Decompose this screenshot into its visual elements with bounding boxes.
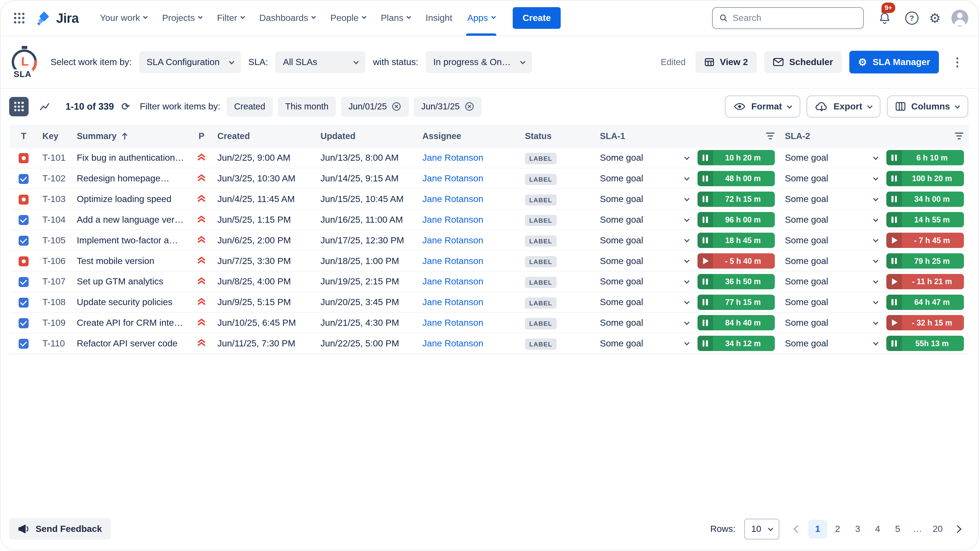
issue-key[interactable]: T-105: [42, 235, 65, 245]
view-button[interactable]: View 2: [695, 51, 757, 73]
search-box[interactable]: [712, 7, 864, 29]
jira-logo[interactable]: Jira: [35, 10, 79, 26]
issue-key[interactable]: T-109: [42, 318, 65, 328]
sla2-goal-select[interactable]: Some goal: [785, 152, 886, 163]
assignee-link[interactable]: Jane Rotanson: [422, 256, 484, 266]
sla2-goal-select[interactable]: Some goal: [785, 338, 886, 349]
work-item-by-select[interactable]: SLA Configuration: [139, 51, 241, 73]
issue-key[interactable]: T-104: [42, 214, 65, 225]
assignee-link[interactable]: Jane Rotanson: [422, 173, 484, 183]
chart-view-toggle[interactable]: [35, 97, 54, 116]
column-header-key[interactable]: Key: [37, 124, 72, 148]
nav-item-insight[interactable]: Insight: [418, 0, 460, 36]
table-row[interactable]: T-107 Set up GTM analytics Jun/8/25, 4:0…: [10, 271, 969, 292]
remove-chip-icon[interactable]: [392, 102, 401, 111]
settings-gear-icon[interactable]: [929, 11, 941, 26]
refresh-icon[interactable]: [121, 101, 130, 112]
issue-summary[interactable]: Optimize loading speed: [77, 194, 186, 204]
sla2-goal-select[interactable]: Some goal: [785, 256, 886, 266]
issue-key[interactable]: T-106: [42, 256, 65, 266]
assignee-link[interactable]: Jane Rotanson: [422, 214, 484, 225]
issue-key[interactable]: T-107: [42, 276, 65, 286]
issue-summary[interactable]: Add a new language ver…: [77, 214, 186, 225]
notifications-button[interactable]: 9+: [875, 8, 894, 28]
sla2-goal-select[interactable]: Some goal: [785, 173, 886, 184]
issue-summary[interactable]: Create API for CRM inte…: [77, 318, 186, 328]
issue-key[interactable]: T-101: [42, 152, 65, 163]
nav-item-your-work[interactable]: Your work: [92, 0, 154, 36]
column-header-sla-1[interactable]: SLA-1: [595, 124, 780, 148]
filter-funnel-icon[interactable]: [765, 132, 775, 140]
page-1[interactable]: 1: [808, 519, 827, 538]
sla1-goal-select[interactable]: Some goal: [600, 338, 697, 349]
more-options-kebab-icon[interactable]: [946, 53, 968, 72]
issue-key[interactable]: T-102: [42, 173, 65, 183]
column-header-t[interactable]: T: [10, 124, 38, 148]
sla2-goal-select[interactable]: Some goal: [785, 297, 886, 307]
issue-summary[interactable]: Update security policies: [77, 297, 186, 307]
help-icon[interactable]: [905, 11, 918, 24]
column-header-assignee[interactable]: Assignee: [417, 124, 520, 148]
sla1-goal-select[interactable]: Some goal: [600, 194, 697, 204]
page-4[interactable]: 4: [868, 519, 887, 538]
page-5[interactable]: 5: [888, 519, 907, 538]
page-20[interactable]: 20: [928, 519, 947, 538]
filter-chip[interactable]: Jun/01/25: [341, 97, 409, 117]
table-row[interactable]: T-108 Update security policies Jun/9/25,…: [10, 292, 969, 313]
sla2-goal-select[interactable]: Some goal: [785, 276, 886, 287]
issue-summary[interactable]: Fix bug in authentication…: [77, 152, 186, 163]
sla1-goal-select[interactable]: Some goal: [600, 297, 697, 307]
sla2-goal-select[interactable]: Some goal: [785, 214, 886, 225]
sla1-goal-select[interactable]: Some goal: [600, 256, 697, 266]
sla1-goal-select[interactable]: Some goal: [600, 173, 697, 184]
issue-key[interactable]: T-108: [42, 297, 65, 307]
issue-summary[interactable]: Redesign homepage…: [77, 173, 186, 184]
table-row[interactable]: T-110 Refactor API server code Jun/11/25…: [10, 333, 969, 354]
next-page-button[interactable]: [948, 519, 967, 538]
export-button[interactable]: Export: [807, 95, 880, 118]
issue-summary[interactable]: Implement two-factor a…: [77, 235, 186, 246]
sla2-goal-select[interactable]: Some goal: [785, 235, 886, 246]
send-feedback-button[interactable]: Send Feedback: [9, 518, 111, 540]
page-2[interactable]: 2: [828, 519, 847, 538]
assignee-link[interactable]: Jane Rotanson: [422, 235, 484, 245]
table-row[interactable]: T-109 Create API for CRM inte… Jun/10/25…: [10, 313, 969, 333]
profile-avatar[interactable]: [951, 10, 968, 27]
nav-item-dashboards[interactable]: Dashboards: [252, 0, 323, 36]
sla-select[interactable]: All SLAs: [275, 51, 366, 73]
assignee-link[interactable]: Jane Rotanson: [422, 152, 484, 163]
assignee-link[interactable]: Jane Rotanson: [422, 338, 484, 348]
sla1-goal-select[interactable]: Some goal: [600, 235, 697, 246]
assignee-link[interactable]: Jane Rotanson: [422, 276, 484, 286]
table-row[interactable]: T-101 Fix bug in authentication… Jun/2/2…: [10, 148, 969, 168]
nav-item-plans[interactable]: Plans: [373, 0, 418, 36]
remove-chip-icon[interactable]: [465, 102, 474, 111]
create-button[interactable]: Create: [513, 7, 561, 29]
sla2-goal-select[interactable]: Some goal: [785, 318, 886, 328]
column-header-status[interactable]: Status: [520, 124, 595, 148]
sla1-goal-select[interactable]: Some goal: [600, 318, 697, 328]
nav-item-filter[interactable]: Filter: [210, 0, 252, 36]
grid-view-toggle[interactable]: [9, 97, 29, 116]
issue-key[interactable]: T-103: [42, 194, 65, 204]
filter-funnel-icon[interactable]: [955, 132, 964, 140]
issue-summary[interactable]: Set up GTM analytics: [77, 276, 186, 287]
app-switcher-button[interactable]: [9, 8, 29, 28]
filter-chip[interactable]: Created: [227, 97, 273, 117]
search-input[interactable]: [733, 13, 857, 23]
sla2-goal-select[interactable]: Some goal: [785, 194, 886, 204]
column-header-updated[interactable]: Updated: [315, 124, 417, 148]
issue-summary[interactable]: Refactor API server code: [77, 338, 186, 349]
column-header-created[interactable]: Created: [212, 124, 315, 148]
status-select[interactable]: In progress & On…: [426, 51, 532, 73]
columns-button[interactable]: Columns: [887, 95, 968, 118]
previous-page-button[interactable]: [788, 519, 807, 538]
filter-chip[interactable]: Jun/31/25: [414, 97, 482, 117]
nav-item-people[interactable]: People: [323, 0, 373, 36]
sla-manager-button[interactable]: SLA Manager: [850, 51, 939, 73]
assignee-link[interactable]: Jane Rotanson: [422, 297, 484, 307]
table-row[interactable]: T-104 Add a new language ver… Jun/5/25, …: [10, 210, 969, 230]
rows-per-page-select[interactable]: 10: [744, 519, 780, 539]
column-header-p[interactable]: P: [190, 124, 212, 148]
table-row[interactable]: T-102 Redesign homepage… Jun/3/25, 10:30…: [10, 168, 969, 189]
